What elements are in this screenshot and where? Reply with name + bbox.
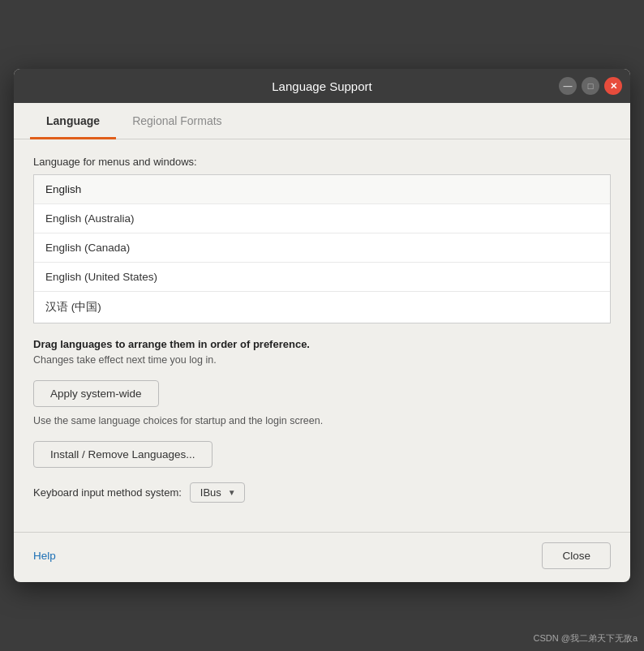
list-item[interactable]: English (United States) [34, 263, 610, 292]
minimize-icon: — [564, 81, 573, 91]
tab-content: Language for menus and windows: English … [14, 139, 630, 532]
list-item[interactable]: English (Canada) [34, 233, 610, 263]
dropdown-arrow-icon: ▼ [228, 488, 236, 497]
apply-system-wide-button[interactable]: Apply system-wide [33, 380, 159, 407]
use-same-text: Use the same language choices for startu… [33, 415, 611, 426]
list-item[interactable]: 汉语 (中国) [34, 292, 610, 323]
footer: Help Close [14, 532, 630, 582]
titlebar: Language Support — □ ✕ [14, 69, 630, 103]
install-remove-languages-button[interactable]: Install / Remove Languages... [33, 441, 213, 468]
list-item[interactable]: English [34, 175, 610, 204]
close-icon: ✕ [610, 81, 617, 92]
keyboard-input-select[interactable]: IBus ▼ [190, 482, 245, 503]
tab-bar: Language Regional Formats [14, 103, 630, 139]
drag-subtext: Changes take effect next time you log in… [33, 354, 611, 366]
language-support-window: Language Support — □ ✕ Language Regional… [14, 69, 630, 582]
minimize-button[interactable]: — [559, 77, 577, 95]
watermark: CSDN @我二弟天下无敌a [533, 632, 638, 645]
drag-notice: Drag languages to arrange them in order … [33, 336, 611, 351]
keyboard-input-row: Keyboard input method system: IBus ▼ [33, 482, 611, 503]
help-link[interactable]: Help [33, 550, 56, 562]
window-title: Language Support [272, 79, 371, 93]
keyboard-value: IBus [200, 486, 221, 499]
tab-regional-formats[interactable]: Regional Formats [116, 103, 238, 139]
maximize-icon: □ [588, 81, 594, 91]
titlebar-controls: — □ ✕ [559, 77, 622, 95]
close-button[interactable]: Close [542, 542, 611, 569]
close-titlebar-button[interactable]: ✕ [604, 77, 622, 95]
list-item[interactable]: English (Australia) [34, 204, 610, 233]
language-list[interactable]: English English (Australia) English (Can… [33, 174, 611, 323]
language-section-label: Language for menus and windows: [33, 156, 611, 168]
keyboard-input-label: Keyboard input method system: [33, 486, 182, 499]
drag-notice-bold: Drag languages to arrange them in order … [33, 338, 310, 350]
maximize-button[interactable]: □ [582, 77, 599, 95]
tab-language[interactable]: Language [30, 103, 116, 139]
